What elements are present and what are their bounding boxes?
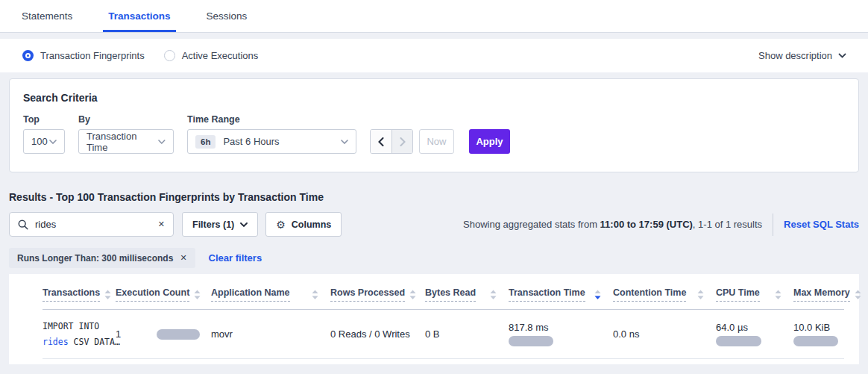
show-description-toggle[interactable]: Show description	[758, 50, 846, 61]
transaction-statement-line2: rides CSV DATA…	[43, 334, 105, 350]
tab-transactions[interactable]: Transactions	[103, 1, 175, 32]
apply-button[interactable]: Apply	[469, 129, 510, 154]
clear-search-icon[interactable]: ✕	[158, 219, 165, 229]
execution-count-bar	[157, 329, 200, 340]
transaction-statement-rest: CSV DATA…	[74, 337, 120, 347]
active-filters-row: Runs Longer Than: 300 milliseconds ✕ Cle…	[9, 248, 859, 268]
view-toggle-bar: Transaction Fingerprints Active Executio…	[0, 39, 868, 72]
column-header-transactions[interactable]: Transactions	[43, 281, 116, 310]
search-input[interactable]	[35, 219, 158, 230]
execution-count-value: 1	[116, 328, 121, 340]
cell-execution-count: 1	[116, 310, 211, 359]
search-criteria-panel: Search Criteria Top 100 By Transaction T…	[9, 78, 859, 172]
search-box[interactable]: ✕	[9, 212, 174, 237]
stats-suffix: , 1-1 of 1 results	[693, 219, 762, 230]
chevron-left-icon	[378, 137, 384, 146]
sort-icon[interactable]	[855, 290, 861, 300]
column-header-application-name[interactable]: Application Name	[211, 281, 330, 310]
transaction-time-bar	[509, 336, 553, 346]
cell-application-name: movr	[211, 310, 330, 359]
by-field: By Transaction Time	[78, 114, 174, 154]
column-header-rows-processed[interactable]: Rows Processed	[330, 281, 425, 310]
results-heading: Results - Top 100 Transaction Fingerprin…	[9, 191, 859, 203]
clear-filters-link[interactable]: Clear filters	[209, 252, 262, 264]
radio-transaction-fingerprints-label: Transaction Fingerprints	[40, 50, 145, 61]
cell-transaction-time: 817.8 ms	[509, 310, 613, 359]
results-table-card: Transactions Execution Count Application…	[9, 274, 859, 364]
now-button[interactable]: Now	[419, 129, 454, 154]
sort-icon[interactable]	[490, 290, 497, 300]
transaction-link[interactable]: rides	[43, 337, 69, 347]
sort-icon[interactable]	[312, 290, 318, 300]
stats-time-range: 11:00 to 17:59 (UTC)	[600, 219, 693, 230]
chevron-down-icon	[838, 53, 846, 58]
next-time-button[interactable]	[391, 130, 412, 153]
show-description-label: Show description	[758, 50, 832, 61]
radio-transaction-fingerprints[interactable]: Transaction Fingerprints	[22, 50, 145, 61]
cell-transaction-fingerprint[interactable]: IMPORT INTO rides CSV DATA…	[43, 310, 116, 359]
cpu-time-value: 64.0 µs	[716, 322, 783, 333]
chevron-down-icon	[158, 140, 166, 144]
top-select-value: 100	[31, 136, 48, 147]
filter-chip[interactable]: Runs Longer Than: 300 milliseconds ✕	[9, 248, 195, 268]
search-criteria-title: Search Criteria	[23, 92, 845, 104]
cell-max-memory: 10.0 KiB	[793, 310, 844, 359]
radio-selected-icon	[22, 50, 34, 61]
sort-icon[interactable]	[697, 290, 704, 300]
filters-button[interactable]: Filters (1)	[182, 212, 258, 237]
tab-statements[interactable]: Statements	[16, 1, 78, 32]
time-step-buttons	[370, 129, 413, 154]
filters-button-label: Filters (1)	[192, 219, 234, 230]
time-range-label: Time Range	[187, 114, 356, 125]
time-range-select[interactable]: 6h Past 6 Hours	[187, 129, 356, 154]
transactions-table: Transactions Execution Count Application…	[43, 281, 844, 359]
top-field: Top 100	[23, 114, 65, 154]
sort-icon[interactable]	[409, 290, 416, 300]
time-range-field: Time Range 6h Past 6 Hours	[187, 114, 356, 154]
reset-sql-stats-link[interactable]: Reset SQL Stats	[784, 219, 859, 230]
by-select[interactable]: Transaction Time	[78, 129, 174, 154]
time-range-value: Past 6 Hours	[223, 136, 279, 147]
stats-prefix: Showing aggregated stats from	[463, 219, 600, 230]
previous-time-button[interactable]	[371, 130, 391, 153]
vertical-divider	[773, 214, 773, 236]
table-header-row: Transactions Execution Count Application…	[43, 281, 844, 310]
remove-filter-icon[interactable]: ✕	[180, 253, 186, 263]
chevron-down-icon	[240, 222, 248, 227]
columns-button[interactable]: ⚙ Columns	[265, 212, 342, 237]
chevron-down-icon	[49, 140, 57, 144]
sort-icon[interactable]	[775, 290, 781, 300]
sort-icon-active-desc[interactable]	[594, 290, 601, 300]
cell-cpu-time: 64.0 µs	[716, 310, 793, 359]
by-select-value: Transaction Time	[87, 131, 158, 153]
filter-chip-label: Runs Longer Than: 300 milliseconds	[17, 253, 173, 264]
tab-sessions[interactable]: Sessions	[201, 1, 253, 32]
cpu-time-bar	[716, 336, 761, 346]
table-row: IMPORT INTO rides CSV DATA… 1 movr 0 Rea…	[43, 310, 844, 359]
chevron-right-icon	[400, 137, 406, 146]
column-header-execution-count[interactable]: Execution Count	[116, 281, 211, 310]
time-range-badge: 6h	[195, 135, 216, 149]
radio-active-executions[interactable]: Active Executions	[164, 50, 259, 61]
page-tabs: Statements Transactions Sessions	[0, 0, 868, 33]
max-memory-bar	[793, 336, 838, 346]
transaction-time-value: 817.8 ms	[509, 322, 603, 333]
max-memory-value: 10.0 KiB	[793, 322, 834, 333]
transaction-statement-line1: IMPORT INTO	[43, 319, 105, 334]
gear-icon: ⚙	[276, 219, 286, 231]
radio-unselected-icon	[164, 50, 175, 61]
column-header-transaction-time[interactable]: Transaction Time	[509, 281, 613, 310]
radio-active-executions-label: Active Executions	[182, 50, 259, 61]
chevron-down-icon	[341, 140, 348, 144]
column-header-cpu-time[interactable]: CPU Time	[716, 281, 793, 310]
cell-rows-processed: 0 Reads / 0 Writes	[330, 310, 425, 359]
top-select[interactable]: 100	[23, 129, 65, 154]
sort-icon[interactable]	[194, 290, 201, 300]
column-header-max-memory[interactable]: Max Memory	[793, 281, 844, 310]
results-toolbar: ✕ Filters (1) ⚙ Columns Showing aggregat…	[9, 212, 859, 237]
top-label: Top	[23, 114, 65, 125]
search-icon	[18, 219, 28, 230]
column-header-contention-time[interactable]: Contention Time	[613, 281, 716, 310]
column-header-bytes-read[interactable]: Bytes Read	[425, 281, 509, 310]
sort-icon[interactable]	[104, 290, 111, 300]
